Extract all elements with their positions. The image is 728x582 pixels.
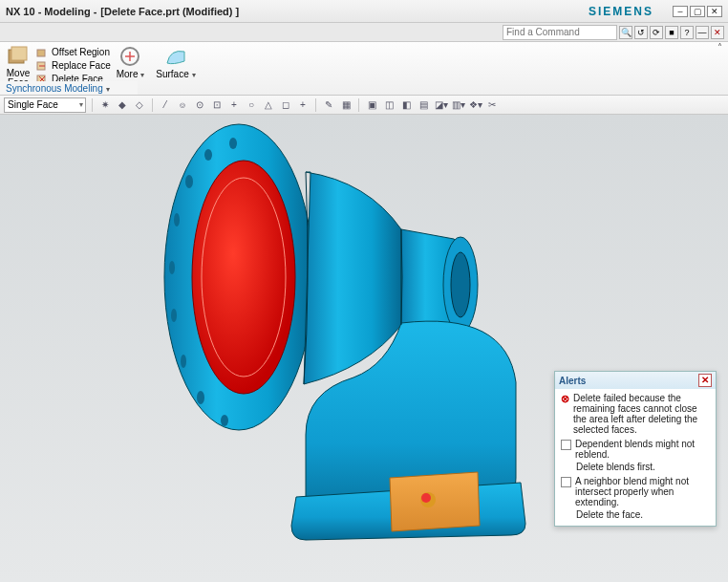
offset-region-button[interactable]: Offset Region — [36, 46, 111, 59]
svg-point-13 — [181, 355, 186, 368]
svg-point-16 — [192, 161, 295, 394]
inner-close-icon[interactable]: ✕ — [711, 26, 724, 39]
snap-icon-3[interactable]: ⊙ — [193, 98, 206, 112]
svg-point-15 — [221, 415, 228, 426]
search-icon[interactable]: 🔍 — [619, 26, 632, 39]
move-face-icon — [6, 44, 31, 69]
title-bar: NX 10 - Modeling - [Delete Face.prt (Mod… — [0, 0, 728, 23]
view-icon-4[interactable]: ▤ — [417, 98, 430, 112]
view-icon-3[interactable]: ◧ — [399, 98, 413, 112]
app-name: NX 10 - Modeling - — [6, 6, 96, 17]
sync-modeling-group-label[interactable]: Synchronous Modeling ▾ — [6, 83, 138, 94]
tool-icon-2[interactable]: ▦ — [339, 98, 353, 112]
svg-point-11 — [169, 261, 175, 274]
ribbon-group-label-row: Synchronous Modeling ▾ — [0, 81, 138, 95]
view-icon-1[interactable]: ▣ — [365, 98, 378, 112]
svg-point-12 — [171, 309, 177, 322]
background-dropdown[interactable]: ▥▾ — [451, 98, 464, 112]
replace-face-icon — [36, 60, 48, 72]
alert-main-message: Delete failed because the remaining face… — [573, 393, 710, 435]
clip-dropdown[interactable]: ✂▾ — [485, 98, 499, 112]
document-name: [Delete Face.prt (Modified) ] — [100, 6, 239, 17]
alerts-title: Alerts — [559, 376, 586, 386]
layer-dropdown[interactable]: ❖▾ — [468, 98, 482, 112]
brand-logo: SIEMENS — [589, 5, 653, 18]
inner-minimize-icon[interactable]: — — [696, 26, 709, 39]
quick-access-bar: 🔍 ↺ ⟳ ■ ? — ✕ — [0, 23, 728, 42]
alert-check-2-label: A neighbor blend might not intersect pro… — [575, 476, 710, 507]
snap-icon-9[interactable]: + — [296, 98, 310, 112]
snap-icon-1[interactable]: ∕ — [159, 98, 172, 112]
svg-point-8 — [204, 149, 212, 161]
graphics-viewport[interactable]: X Y Z Alerts ✕ ⊗ Delete failed because t… — [0, 115, 728, 582]
svg-point-10 — [174, 213, 180, 226]
ribbon-collapse-button[interactable]: ˄ — [717, 42, 722, 53]
alert-check-1-label: Dependent blends might not reblend. — [575, 439, 710, 460]
svg-rect-2 — [37, 50, 45, 56]
close-button[interactable]: ✕ — [707, 6, 722, 17]
view-icon-2[interactable]: ◫ — [382, 98, 396, 112]
filter-icon-3[interactable]: ◇ — [133, 98, 146, 112]
offset-region-icon — [36, 47, 48, 58]
more-icon — [118, 44, 142, 69]
redo-icon[interactable]: ⟳ — [650, 26, 663, 39]
snap-icon-8[interactable]: ◻ — [279, 98, 292, 112]
snap-icon-5[interactable]: + — [227, 98, 241, 112]
tool-icon-1[interactable]: ✎ — [322, 98, 335, 112]
snap-icon-4[interactable]: ⊡ — [210, 98, 224, 112]
surface-label: Surface ▾ — [156, 69, 195, 79]
alerts-panel: Alerts ✕ ⊗ Delete failed because the rem… — [554, 371, 717, 527]
filter-icon-1[interactable]: ✷ — [98, 98, 112, 112]
restore-button[interactable]: ▢ — [690, 6, 705, 17]
snap-icon-2[interactable]: ⌾ — [176, 98, 189, 112]
ribbon-group-surface: Surface ▾ — [148, 42, 203, 95]
more-label: More ▾ — [117, 69, 145, 79]
undo-icon[interactable]: ↺ — [634, 26, 648, 39]
filter-icon-2[interactable]: ◆ — [116, 98, 129, 112]
selection-filter-combo[interactable]: Single Face — [4, 97, 86, 113]
svg-point-19 — [451, 252, 470, 317]
ribbon: Move Face Offset Region Replace Face Del… — [0, 42, 728, 96]
surface-button[interactable]: Surface ▾ — [154, 44, 197, 79]
error-icon: ⊗ — [561, 393, 569, 435]
svg-point-9 — [185, 175, 193, 188]
selection-toolbar: Single Face ✷ ◆ ◇ ∕ ⌾ ⊙ ⊡ + ○ △ ◻ + ✎ ▦ … — [0, 96, 728, 115]
snap-icon-7[interactable]: △ — [262, 98, 275, 112]
replace-face-label: Replace Face — [52, 59, 111, 73]
alerts-close-button[interactable]: ✕ — [698, 374, 712, 387]
alert-check-1-hint: Delete blends first. — [576, 462, 710, 472]
window-icon[interactable]: ■ — [665, 26, 678, 39]
alert-check-2-hint: Delete the face. — [576, 509, 710, 520]
model-render — [162, 115, 545, 564]
render-style-dropdown[interactable]: ◪▾ — [434, 98, 447, 112]
svg-point-7 — [229, 138, 237, 149]
surface-icon — [163, 44, 188, 69]
offset-region-label: Offset Region — [52, 46, 110, 59]
alert-check-2[interactable] — [561, 477, 571, 487]
svg-point-21 — [421, 493, 431, 503]
more-button[interactable]: More ▾ — [115, 44, 147, 79]
replace-face-button[interactable]: Replace Face — [36, 59, 111, 73]
snap-icon-6[interactable]: ○ — [245, 98, 258, 112]
command-search-input[interactable] — [503, 25, 617, 40]
svg-rect-1 — [11, 47, 27, 60]
alerts-header: Alerts ✕ — [555, 372, 716, 389]
help-icon[interactable]: ? — [680, 26, 694, 39]
alert-check-1[interactable] — [561, 440, 571, 450]
svg-point-14 — [197, 391, 204, 404]
minimize-button[interactable]: – — [673, 6, 688, 17]
